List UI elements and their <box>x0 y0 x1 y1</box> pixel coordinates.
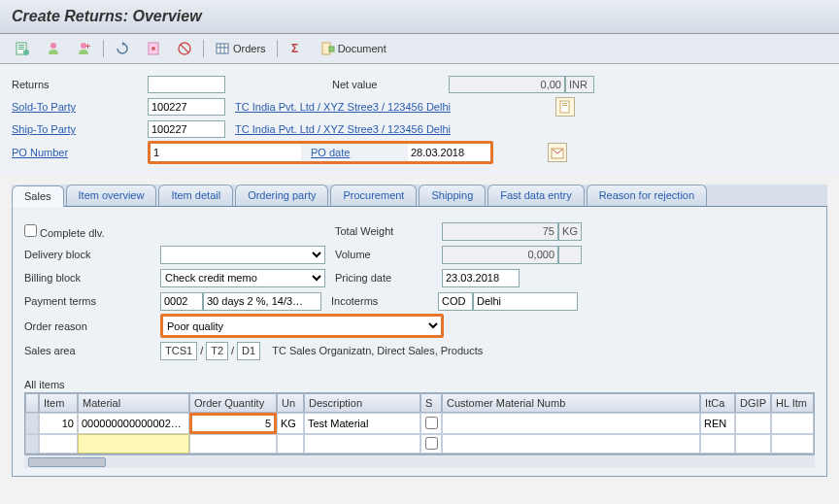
col-material[interactable]: Material <box>78 393 189 413</box>
svg-text:Σ: Σ <box>291 42 298 55</box>
document-button[interactable]: Document <box>315 38 391 59</box>
cell-dgip[interactable] <box>736 414 770 433</box>
volume-unit-field <box>558 246 582 264</box>
ship-to-label[interactable]: Ship-To Party <box>12 123 148 135</box>
cell-dgip[interactable] <box>736 435 770 453</box>
sold-to-details-icon[interactable] <box>555 97 575 117</box>
total-weight-field <box>442 222 558 241</box>
cell-un[interactable] <box>278 414 303 433</box>
table-row[interactable] <box>25 413 814 434</box>
sales-area-label: Sales area <box>24 345 160 356</box>
pricing-date-input[interactable] <box>442 269 520 287</box>
cell-hlitm[interactable] <box>772 435 813 453</box>
po-date-label[interactable]: PO date <box>311 147 398 158</box>
svg-rect-8 <box>85 46 90 47</box>
page-title: Create Returns: Overview <box>12 8 827 25</box>
tab-shipping[interactable]: Shipping <box>419 185 486 206</box>
all-items-label: All items <box>24 379 815 390</box>
tab-procurement[interactable]: Procurement <box>330 185 417 206</box>
sold-to-link[interactable]: TC India Pvt. Ltd / XYZ Stree3 / 123456 … <box>235 101 451 113</box>
cancel-icon[interactable] <box>172 38 197 59</box>
payment-terms-label: Payment terms <box>24 295 160 307</box>
table-header-row: Item Material Order Quantity Un Descript… <box>25 393 814 413</box>
cell-s-checkbox[interactable] <box>425 437 438 450</box>
col-qty[interactable]: Order Quantity <box>189 393 277 413</box>
col-s[interactable]: S <box>420 393 442 413</box>
returns-label: Returns <box>12 79 148 90</box>
complete-dlv-group: Complete dlv. <box>24 224 160 239</box>
svg-point-5 <box>50 43 56 49</box>
cell-material-active[interactable] <box>79 435 188 453</box>
person-add-icon[interactable] <box>72 38 97 59</box>
cell-hlitm[interactable] <box>772 414 813 433</box>
svg-line-12 <box>181 45 188 52</box>
sold-to-label[interactable]: Sold-To Party <box>12 101 148 113</box>
document-label: Document <box>338 43 386 54</box>
col-desc[interactable]: Description <box>304 393 420 413</box>
attach-icon[interactable] <box>141 38 166 59</box>
cell-cmn[interactable] <box>443 435 699 453</box>
volume-field <box>442 246 558 264</box>
cell-un[interactable] <box>278 435 303 453</box>
incoterms-label: Incoterms <box>331 295 438 307</box>
ship-to-input[interactable] <box>148 120 225 138</box>
cell-itca[interactable] <box>701 435 734 453</box>
order-reason-select[interactable]: Poor quality <box>163 317 441 335</box>
cell-s-checkbox[interactable] <box>425 417 438 429</box>
col-dgip[interactable]: DGIP <box>735 393 771 413</box>
incoterms-code-input[interactable] <box>438 292 473 311</box>
table-row[interactable] <box>25 434 814 454</box>
weight-unit-field <box>558 222 582 241</box>
po-date-input[interactable] <box>408 144 490 161</box>
cell-cmn[interactable] <box>443 414 699 433</box>
po-details-icon[interactable] <box>548 143 567 162</box>
col-un[interactable]: Un <box>277 393 304 413</box>
tab-sales[interactable]: Sales <box>12 185 64 207</box>
tab-reason-rejection[interactable]: Reason for rejection <box>587 185 707 206</box>
person-icon[interactable] <box>41 38 66 59</box>
delivery-block-select[interactable] <box>160 246 325 264</box>
cell-qty[interactable] <box>192 416 274 431</box>
billing-block-select[interactable]: Check credit memo <box>160 269 325 287</box>
svg-point-4 <box>23 50 29 55</box>
sum-icon[interactable]: Σ <box>284 38 309 59</box>
display-icon[interactable] <box>10 38 35 59</box>
cell-item[interactable] <box>40 435 77 453</box>
cell-desc[interactable] <box>305 435 420 453</box>
horizontal-scrollbar[interactable] <box>24 454 815 468</box>
po-number-input[interactable] <box>151 144 301 161</box>
col-cmn[interactable]: Customer Material Numb <box>442 393 700 413</box>
col-itca[interactable]: ItCa <box>700 393 735 413</box>
refresh-icon[interactable] <box>110 38 135 59</box>
cell-desc[interactable] <box>305 414 420 433</box>
order-reason-highlight: Poor quality <box>160 314 444 338</box>
payment-terms-text-input[interactable] <box>203 292 321 311</box>
po-highlight-box: PO date <box>148 141 493 164</box>
orders-label: Orders <box>233 43 266 54</box>
col-item[interactable]: Item <box>39 393 78 413</box>
pricing-date-label: Pricing date <box>335 272 442 284</box>
payment-terms-code-input[interactable] <box>160 292 203 311</box>
returns-input[interactable] <box>148 76 225 93</box>
sales-tab-content: Complete dlv. Total Weight Delivery bloc… <box>12 207 827 477</box>
cell-material[interactable] <box>79 414 188 433</box>
ship-to-link[interactable]: TC India Pvt. Ltd / XYZ Stree3 / 123456 … <box>235 123 451 135</box>
incoterms-text-input[interactable] <box>473 292 578 311</box>
svg-rect-3 <box>18 49 24 50</box>
sold-to-input[interactable] <box>148 98 225 116</box>
orders-button[interactable]: Orders <box>210 38 271 59</box>
tab-item-overview[interactable]: Item overview <box>66 185 157 206</box>
tab-fast-data-entry[interactable]: Fast data entry <box>487 185 584 206</box>
tab-item-detail[interactable]: Item detail <box>158 185 233 206</box>
net-value-label: Net value <box>332 79 449 90</box>
po-number-label[interactable]: PO Number <box>12 147 148 158</box>
cell-itca[interactable] <box>701 414 734 433</box>
order-reason-label: Order reason <box>24 320 160 332</box>
cell-item[interactable] <box>40 414 77 433</box>
billing-block-label: Billing block <box>24 272 160 284</box>
col-hlitm[interactable]: HL Itm <box>771 393 814 413</box>
complete-dlv-checkbox[interactable] <box>24 224 37 237</box>
tab-ordering-party[interactable]: Ordering party <box>235 185 328 206</box>
currency-field <box>565 76 594 93</box>
cell-qty[interactable] <box>190 435 276 453</box>
